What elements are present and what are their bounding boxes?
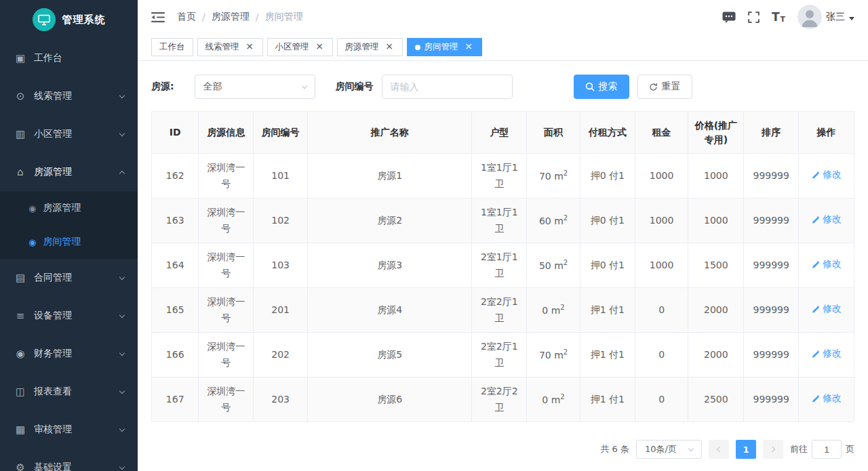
page-size-select[interactable]: 10条/页	[636, 440, 702, 459]
sidebar-item-audit-management[interactable]: ▦审核管理	[0, 411, 138, 449]
edit-link[interactable]: 修改	[811, 167, 842, 183]
reset-button[interactable]: 重置	[637, 75, 692, 99]
close-icon[interactable]: ×	[384, 42, 395, 52]
prev-page-button[interactable]	[709, 440, 729, 459]
sidebar-item-housing-management[interactable]: ⌂房源管理	[0, 153, 138, 191]
cell-id: 167	[152, 377, 199, 422]
sidebar-item-community-management[interactable]: ▥小区管理	[0, 115, 138, 153]
cell-id: 166	[152, 333, 199, 377]
edit-link[interactable]: 修改	[811, 211, 842, 228]
column-header: 房源信息	[199, 112, 254, 154]
sidebar-item-equipment-management[interactable]: ≡设备管理	[0, 297, 138, 335]
cell-id: 164	[152, 243, 199, 288]
font-size-icon[interactable]: TT	[772, 12, 785, 23]
table-row: 165深圳湾一号201房源42室2厅1卫0 m2押1 付102000999999…	[152, 288, 854, 333]
search-icon	[585, 82, 595, 91]
content: 房源: 全部 房间编号 搜索 重置 ID房源信息房间编号推广名称户型面积付租方式…	[138, 61, 868, 471]
edit-link-label: 修改	[823, 211, 842, 228]
close-icon[interactable]: ×	[315, 42, 325, 52]
table-row: 162深圳湾一号101房源11室1厅1卫70 m2押0 付11000100099…	[152, 154, 854, 199]
sidebar-item-workbench[interactable]: ▣工作台	[0, 39, 138, 77]
page-jump-input[interactable]	[812, 440, 842, 459]
avatar	[797, 5, 822, 29]
cell-pay: 押1 付1	[580, 288, 635, 333]
cell-sort: 999999	[744, 288, 799, 333]
user-menu[interactable]: 张三	[797, 5, 854, 29]
cell-room: 103	[254, 243, 308, 288]
tab-label: 房间管理	[425, 41, 458, 53]
room-number-label: 房间编号	[336, 81, 374, 93]
tab-workbench[interactable]: 工作台	[151, 38, 193, 56]
cell-rent: 0	[635, 333, 688, 377]
close-icon[interactable]: ×	[245, 42, 255, 52]
audit-list-icon: ▦	[14, 424, 27, 436]
page-number-button[interactable]: 1	[736, 440, 756, 459]
cell-action: 修改	[799, 243, 854, 288]
sidebar-item-basic-settings[interactable]: ⚙基础设置	[0, 449, 138, 471]
sidebar-subitem-house-management[interactable]: ◉房源管理	[0, 191, 138, 225]
sidebar-submenu: ◉房源管理◉房间管理	[0, 191, 138, 259]
edit-link[interactable]: 修改	[811, 390, 842, 407]
sidebar: 管理系统 ▣工作台⊙线索管理▥小区管理⌂房源管理◉房源管理◉房间管理▤合同管理≡…	[0, 0, 138, 471]
cell-name: 房源4	[307, 288, 471, 333]
sidebar-item-finance-management[interactable]: ◉财务管理	[0, 335, 138, 373]
table-row: 163深圳湾一号102房源21室1厅1卫60 m2押0 付11000100099…	[152, 199, 854, 243]
sidebar-item-label: 小区管理	[34, 128, 120, 140]
house-select[interactable]: 全部	[195, 75, 315, 99]
edit-link[interactable]: 修改	[811, 301, 842, 317]
column-header: 操作	[799, 112, 854, 154]
cell-house: 深圳湾一号	[199, 199, 254, 243]
active-tab-dot	[415, 45, 420, 50]
goto-label: 前往	[790, 443, 808, 455]
cell-action: 修改	[799, 288, 854, 333]
sidebar-item-lead-management[interactable]: ⊙线索管理	[0, 77, 138, 115]
edit-icon	[811, 305, 820, 314]
column-header: 房间编号	[254, 112, 308, 154]
sidebar-item-contract-management[interactable]: ▤合同管理	[0, 259, 138, 297]
cell-name: 房源5	[307, 333, 471, 377]
edit-icon	[811, 171, 820, 180]
chevron-down-icon	[119, 350, 125, 355]
edit-link[interactable]: 修改	[811, 256, 842, 272]
cell-price: 1000	[688, 154, 744, 199]
collapse-sidebar-icon[interactable]	[151, 12, 165, 23]
chevron-down-icon	[119, 464, 125, 469]
edit-link[interactable]: 修改	[811, 346, 842, 362]
cell-area: 0 m2	[527, 288, 580, 333]
search-button[interactable]: 搜索	[574, 75, 629, 99]
tab-community-management[interactable]: 小区管理×	[267, 38, 333, 56]
gear-icon: ⚙	[14, 462, 27, 471]
cell-action: 修改	[799, 377, 854, 422]
tab-lead-management[interactable]: 线索管理×	[197, 38, 263, 56]
sidebar-item-label: 财务管理	[34, 348, 120, 360]
data-table: ID房源信息房间编号推广名称户型面积付租方式租金价格(推广专用)排序操作 162…	[151, 111, 854, 422]
cell-area: 0 m2	[527, 377, 580, 422]
tab-housing-management[interactable]: 房源管理×	[337, 38, 403, 56]
column-header: 价格(推广专用)	[688, 112, 744, 154]
cell-pay: 押1 付1	[580, 377, 635, 422]
cell-area: 60 m2	[527, 199, 580, 243]
cell-room: 102	[254, 199, 308, 243]
close-icon[interactable]: ×	[464, 42, 474, 52]
tab-label: 线索管理	[205, 41, 239, 53]
sidebar-item-report-view[interactable]: ◫报表查看	[0, 373, 138, 411]
cell-layout: 1室1厅1卫	[472, 154, 527, 199]
breadcrumb-item[interactable]: 首页	[177, 11, 196, 23]
breadcrumb-item[interactable]: 房源管理	[212, 11, 250, 23]
next-page-button[interactable]	[763, 440, 783, 459]
total-count: 共 6 条	[600, 443, 629, 455]
column-header: 租金	[635, 112, 688, 154]
edit-link-label: 修改	[823, 256, 842, 272]
chevron-down-icon	[119, 426, 125, 431]
table-row: 166深圳湾一号202房源52室2厅1卫70 m2押1 付10200099999…	[152, 333, 854, 377]
fullscreen-icon[interactable]	[748, 12, 760, 23]
cell-name: 房源2	[307, 199, 471, 243]
tab-label: 工作台	[159, 41, 185, 53]
message-icon[interactable]	[722, 12, 736, 23]
main-area: 首页/房源管理/房间管理 TT	[138, 0, 868, 471]
sidebar-subitem-room-management[interactable]: ◉房间管理	[0, 225, 138, 259]
cell-price: 2000	[688, 288, 744, 333]
room-number-input[interactable]	[382, 75, 513, 99]
tab-room-management[interactable]: 房间管理×	[407, 38, 482, 56]
contract-icon: ▤	[14, 272, 27, 284]
